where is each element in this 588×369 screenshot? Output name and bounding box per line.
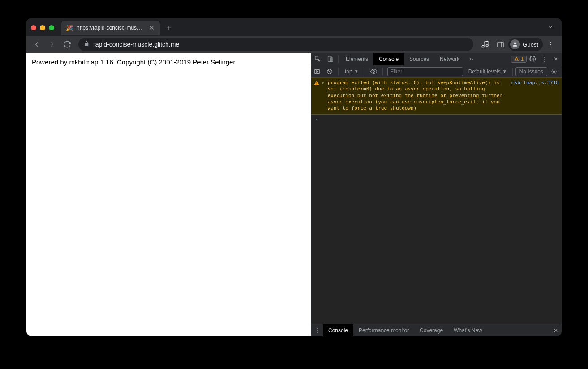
svg-point-12 [373, 71, 375, 73]
svg-rect-5 [328, 56, 331, 61]
chevron-down-icon: ▼ [502, 69, 507, 74]
tab-close-button[interactable]: ✕ [148, 24, 155, 31]
page-text: Powered by mkbitmap 1.16. Copyright (C) … [32, 58, 305, 66]
devtools-settings-button[interactable] [527, 53, 538, 65]
context-label: top [345, 69, 352, 75]
lock-icon [84, 41, 90, 48]
side-panel-button[interactable] [493, 37, 507, 51]
devtools-close-button[interactable]: ✕ [550, 53, 562, 65]
console-settings-button[interactable] [548, 66, 560, 77]
tab-bar: 🎉 https://rapid-concise-muscle.g ✕ ＋ [26, 18, 562, 36]
device-toolbar-button[interactable] [324, 53, 336, 65]
live-expression-button[interactable] [368, 66, 380, 77]
drawer-tab-coverage[interactable]: Coverage [414, 324, 448, 337]
clear-console-button[interactable] [324, 66, 335, 77]
browser-menu-button[interactable]: ⋮ [544, 40, 558, 49]
warnings-count: 1 [521, 56, 524, 62]
tab-elements[interactable]: Elements [340, 53, 373, 65]
maximize-window-button[interactable] [49, 25, 54, 30]
minimize-window-button[interactable] [40, 25, 45, 30]
svg-point-0 [482, 45, 485, 47]
inspect-element-button[interactable] [311, 53, 324, 65]
log-levels-selector[interactable]: Default levels ▼ [466, 67, 510, 76]
more-tabs-button[interactable] [465, 53, 477, 65]
svg-rect-2 [498, 42, 503, 47]
tab-search-button[interactable] [547, 24, 557, 32]
console-input[interactable]: › [311, 115, 562, 124]
svg-point-7 [532, 58, 533, 60]
warnings-badge[interactable]: 1 [511, 56, 527, 63]
reload-button[interactable] [60, 38, 74, 51]
tab-sources[interactable]: Sources [404, 53, 434, 65]
url-text: rapid-concise-muscle.glitch.me [93, 41, 179, 48]
chevron-down-icon: ▼ [354, 69, 359, 74]
profile-button[interactable]: Guest [508, 38, 543, 51]
devtools-panel: Elements Console Sources Network 1 ⋮ ✕ [311, 53, 562, 336]
svg-point-1 [486, 45, 489, 47]
levels-label: Default levels [468, 69, 501, 75]
page-viewport: Powered by mkbitmap 1.16. Copyright (C) … [26, 53, 311, 336]
new-tab-button[interactable]: ＋ [163, 21, 175, 34]
close-window-button[interactable] [31, 25, 36, 30]
drawer-tab-console[interactable]: Console [323, 324, 353, 337]
svg-rect-14 [317, 82, 317, 84]
drawer-tab-whats-new[interactable]: What's New [448, 324, 488, 337]
address-bar: rapid-concise-muscle.glitch.me Guest ⋮ [26, 36, 562, 53]
browser-tab[interactable]: 🎉 https://rapid-concise-muscle.g ✕ [61, 21, 160, 35]
svg-line-11 [328, 70, 331, 73]
console-toolbar: top ▼ Default levels ▼ No Issues [311, 65, 562, 78]
console-filter-input[interactable] [387, 67, 463, 76]
devtools-tabs: Elements Console Sources Network 1 ⋮ ✕ [311, 53, 562, 65]
drawer-menu-button[interactable]: ⋮ [311, 327, 323, 334]
console-source-link[interactable]: mkbitmap.js:3718 [511, 80, 559, 112]
console-message-text: program exited (with status: 0), but kee… [328, 80, 509, 112]
issues-label: No Issues [519, 69, 543, 75]
warning-icon [314, 80, 319, 86]
execution-context-selector[interactable]: top ▼ [341, 67, 362, 76]
url-input[interactable]: rapid-concise-muscle.glitch.me [78, 38, 473, 51]
devtools-drawer: ⋮ Console Performance monitor Coverage W… [311, 324, 562, 336]
console-warning-row: ▸ program exited (with status: 0), but k… [311, 78, 562, 115]
devtools-menu-button[interactable]: ⋮ [538, 53, 550, 65]
tab-console[interactable]: Console [373, 53, 404, 65]
browser-window: 🎉 https://rapid-concise-muscle.g ✕ ＋ rap… [26, 18, 562, 336]
console-output: ▸ program exited (with status: 0), but k… [311, 78, 562, 324]
issues-button[interactable]: No Issues [515, 67, 547, 76]
svg-rect-15 [317, 84, 317, 85]
drawer-tab-performance-monitor[interactable]: Performance monitor [353, 324, 414, 337]
profile-label: Guest [523, 41, 538, 48]
console-sidebar-toggle[interactable] [311, 66, 323, 77]
forward-button[interactable] [45, 38, 59, 51]
favicon-icon: 🎉 [66, 25, 73, 31]
tab-title: https://rapid-concise-muscle.g [77, 25, 145, 31]
media-control-button[interactable] [478, 37, 492, 51]
prompt-caret-icon: › [315, 116, 318, 122]
tab-network[interactable]: Network [434, 53, 465, 65]
expand-arrow-icon[interactable]: ▸ [322, 80, 325, 112]
back-button[interactable] [30, 38, 43, 51]
content-area: Powered by mkbitmap 1.16. Copyright (C) … [26, 53, 562, 336]
window-controls [31, 25, 59, 30]
avatar-icon [510, 39, 520, 49]
svg-point-13 [553, 71, 555, 73]
drawer-close-button[interactable]: ✕ [550, 327, 562, 334]
